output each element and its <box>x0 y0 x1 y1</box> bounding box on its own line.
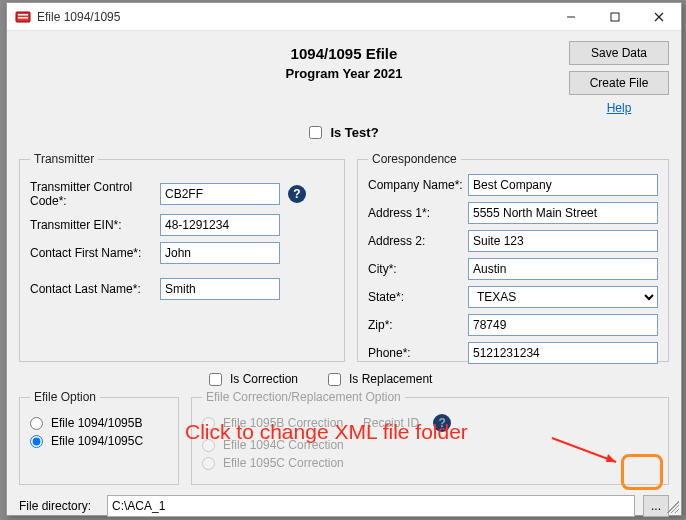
addr1-input[interactable] <box>468 202 658 224</box>
corr-1094c-label: Efile 1094C Correction <box>223 438 344 452</box>
is-test-checkbox[interactable] <box>309 126 322 139</box>
efile-1095b-radio[interactable] <box>30 417 43 430</box>
company-input[interactable] <box>468 174 658 196</box>
is-correction-checkbox[interactable] <box>209 373 222 386</box>
efile-1095c-label: Efile 1094/1095C <box>51 434 143 448</box>
ein-label: Transmitter EIN*: <box>30 218 160 232</box>
save-data-button[interactable]: Save Data <box>569 41 669 65</box>
content-area: 1094/1095 Efile Program Year 2021 Save D… <box>7 31 681 515</box>
corr-1095c-label: Efile 1095C Correction <box>223 456 344 470</box>
state-select[interactable]: TEXAS <box>468 286 658 308</box>
app-icon <box>15 9 31 25</box>
is-replacement-label[interactable]: Is Replacement <box>328 372 432 386</box>
svg-rect-4 <box>611 13 619 21</box>
is-test-text: Is Test? <box>330 125 378 140</box>
window-title: Efile 1094/1095 <box>37 10 549 24</box>
help-link[interactable]: Help <box>569 101 669 115</box>
maximize-button[interactable] <box>593 3 637 31</box>
file-directory-input[interactable] <box>107 495 635 517</box>
last-name-label: Contact Last Name*: <box>30 282 160 296</box>
control-code-label: Transmitter Control Code*: <box>30 180 160 208</box>
efile-1095b-label: Efile 1094/1095B <box>51 416 142 430</box>
addr2-input[interactable] <box>468 230 658 252</box>
corr-1095b-radio <box>202 417 215 430</box>
is-correction-text: Is Correction <box>230 372 298 386</box>
browse-button[interactable]: ... <box>643 495 669 517</box>
phone-label: Phone*: <box>368 346 468 360</box>
file-directory-label: File directory: <box>19 499 99 513</box>
zip-label: Zip*: <box>368 318 468 332</box>
company-label: Company Name*: <box>368 178 468 192</box>
efile-1095c-radio[interactable] <box>30 435 43 448</box>
efile-correction-group: Efile Correction/Replacement Option Efil… <box>191 390 669 485</box>
close-button[interactable] <box>637 3 681 31</box>
city-label: City*: <box>368 262 468 276</box>
transmitter-group: Transmitter Transmitter Control Code*: ?… <box>19 152 345 362</box>
efile-option-legend: Efile Option <box>30 390 100 404</box>
title-bar: Efile 1094/1095 <box>7 3 681 31</box>
corr-1095c-radio <box>202 457 215 470</box>
resize-grip-icon[interactable] <box>667 501 679 513</box>
efile-correction-legend: Efile Correction/Replacement Option <box>202 390 405 404</box>
zip-input[interactable] <box>468 314 658 336</box>
svg-rect-2 <box>18 17 28 19</box>
app-window: Efile 1094/1095 1094/1095 Efile Program … <box>6 2 682 516</box>
state-label: State*: <box>368 290 468 304</box>
page-subtitle: Program Year 2021 <box>119 66 569 81</box>
create-file-button[interactable]: Create File <box>569 71 669 95</box>
transmitter-legend: Transmitter <box>30 152 98 166</box>
phone-input[interactable] <box>468 342 658 364</box>
corespondence-group: Corespondence Company Name*: Address 1*:… <box>357 152 669 362</box>
first-name-label: Contact First Name*: <box>30 246 160 260</box>
city-input[interactable] <box>468 258 658 280</box>
is-replacement-text: Is Replacement <box>349 372 432 386</box>
help-icon[interactable]: ? <box>288 185 306 203</box>
addr1-label: Address 1*: <box>368 206 468 220</box>
corr-1094c-radio <box>202 439 215 452</box>
is-replacement-checkbox[interactable] <box>328 373 341 386</box>
svg-rect-1 <box>18 14 28 16</box>
corr-1095b-label: Efile 1095B Correction <box>223 416 343 430</box>
first-name-input[interactable] <box>160 242 280 264</box>
control-code-input[interactable] <box>160 183 280 205</box>
corespondence-legend: Corespondence <box>368 152 461 166</box>
last-name-input[interactable] <box>160 278 280 300</box>
ein-input[interactable] <box>160 214 280 236</box>
minimize-button[interactable] <box>549 3 593 31</box>
receipt-id-label: Receipt ID <box>363 416 419 430</box>
is-correction-label[interactable]: Is Correction <box>209 372 298 386</box>
page-title: 1094/1095 Efile <box>119 45 569 62</box>
is-test-checkbox-label[interactable]: Is Test? <box>309 125 378 140</box>
help-icon: ? <box>433 414 451 432</box>
addr2-label: Address 2: <box>368 234 468 248</box>
efile-option-group: Efile Option Efile 1094/1095B Efile 1094… <box>19 390 179 485</box>
